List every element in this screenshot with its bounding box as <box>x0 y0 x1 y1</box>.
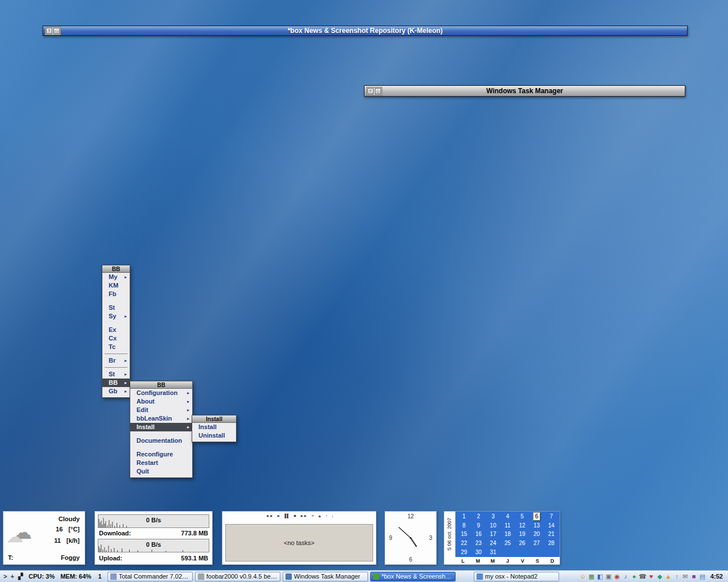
calendar-day[interactable]: 9 <box>477 522 481 529</box>
start-menu-icon[interactable]: ▞ <box>18 573 23 580</box>
menu-item[interactable]: Edit ▸ <box>130 406 192 414</box>
calendar-day[interactable]: 14 <box>548 522 555 529</box>
calendar-day[interactable]: 1 <box>462 513 466 520</box>
player-control-button[interactable]: ▌▌ <box>284 514 289 518</box>
calendar-day[interactable]: 26 <box>519 539 526 547</box>
tray-icon[interactable]: ◆ <box>656 573 664 580</box>
calendar-day[interactable]: 17 <box>490 530 496 538</box>
tray-icon[interactable]: ♪ <box>622 573 630 580</box>
menu-item[interactable]: Restart <box>130 459 192 467</box>
menu-item[interactable]: Ex <box>102 326 130 334</box>
menu-item[interactable]: Install ▸ <box>130 423 192 431</box>
tray-icon[interactable]: ♥ <box>647 573 655 580</box>
calendar-day[interactable]: 8 <box>462 522 466 529</box>
titlebar-button-icon[interactable]: ⊤ <box>46 28 52 34</box>
taskbar-task-button[interactable]: Windows Task Manager <box>283 572 368 581</box>
calendar-day[interactable]: 13 <box>533 522 540 529</box>
tray-icon[interactable]: ☺ <box>579 573 587 580</box>
taskmanager-window-titlebar[interactable]: Windows Task Manager ⊤ □ <box>364 85 685 97</box>
install-submenu: Install Install Uninstall <box>192 415 237 442</box>
menu-item[interactable]: Cx <box>102 334 130 343</box>
calendar-day[interactable]: 4 <box>506 513 510 520</box>
weekday-label: M <box>491 558 495 564</box>
player-control-button[interactable]: ↑ <box>325 514 327 518</box>
menu-item[interactable]: Sy ▸ <box>102 312 130 321</box>
tray-icon[interactable]: ▲ <box>664 573 672 580</box>
tray-icon[interactable]: ◧ <box>596 573 604 580</box>
menu-item[interactable] <box>105 367 127 368</box>
calendar-day[interactable]: 20 <box>533 530 540 538</box>
titlebar-button-icon[interactable]: □ <box>53 28 60 34</box>
calendar-day[interactable]: 21 <box>548 530 555 538</box>
calendar-day[interactable]: 31 <box>490 548 496 556</box>
tray-icon[interactable]: ▦ <box>588 573 595 580</box>
player-control-button[interactable]: ►► <box>300 514 307 518</box>
menu-item[interactable]: Quit <box>130 467 192 476</box>
calendar-day[interactable]: 18 <box>504 530 511 538</box>
tray-icon[interactable]: ■ <box>690 573 698 580</box>
tray-icon[interactable]: ✉ <box>681 573 689 580</box>
calendar-day[interactable]: 28 <box>548 539 555 547</box>
kmeleon-window-titlebar[interactable]: *box News & Screenshot Repository (K-Mel… <box>43 26 688 36</box>
calendar-day[interactable]: 10 <box>490 522 496 529</box>
taskbar-task-button[interactable]: *box News & Screenshot R... <box>370 572 456 581</box>
workspace-add-button[interactable]: + <box>10 573 14 580</box>
player-control-button[interactable]: ■ <box>293 514 295 518</box>
calendar-day[interactable]: 22 <box>461 539 467 547</box>
workspace-indicator[interactable]: 1 <box>98 573 102 580</box>
tray-icon[interactable]: ● <box>630 573 638 580</box>
taskbar-task-button[interactable]: Total Commander 7.02 - Un... <box>107 572 193 581</box>
taskbar-task-button[interactable]: foobar2000 v0.9.4.5 beta 1 <box>195 572 280 581</box>
titlebar-button-icon[interactable]: ⊤ <box>367 88 374 94</box>
menu-item[interactable]: Uninstall <box>192 431 236 440</box>
menu-item[interactable]: My ▸ <box>102 273 130 281</box>
menu-item[interactable]: Configuration ▸ <box>130 389 192 397</box>
menu-item[interactable]: Reconfigure <box>130 450 192 459</box>
player-control-button[interactable]: ▲ <box>317 514 321 518</box>
calendar-day[interactable]: 29 <box>461 548 467 556</box>
player-control-button[interactable]: ◄◄ <box>266 514 272 518</box>
menu-item[interactable]: Documentation <box>130 436 192 445</box>
calendar-day[interactable]: 30 <box>475 548 482 556</box>
tray-icon[interactable]: ▣ <box>605 573 613 580</box>
menu-item[interactable]: Fb <box>102 290 130 298</box>
calendar-day[interactable]: 5 <box>520 513 524 520</box>
calendar-day[interactable]: 27 <box>533 539 540 547</box>
calendar-day[interactable]: 19 <box>519 530 526 538</box>
tray-icon[interactable]: ↑ <box>673 573 681 580</box>
menu-item[interactable]: BB ▸ <box>102 379 130 387</box>
calendar-day[interactable]: 15 <box>461 530 467 538</box>
player-control-button[interactable]: ► <box>276 514 280 518</box>
calendar-day[interactable]: 3 <box>491 513 495 520</box>
taskbar-task-button[interactable]: my osx - Notepad2 <box>474 572 559 581</box>
menu-item[interactable]: About ▸ <box>130 397 192 406</box>
menu-item[interactable]: Install <box>192 423 236 431</box>
calendar-day[interactable]: 7 <box>549 513 553 520</box>
menu-item[interactable]: Br ▸ <box>102 356 130 365</box>
menu-item-label: bbLeanSkin <box>136 414 172 423</box>
workspace-prev-button[interactable]: > <box>3 573 7 580</box>
calendar-day[interactable]: 6 <box>533 512 541 521</box>
tray-icon[interactable]: ◉ <box>613 573 621 580</box>
menu-item[interactable]: KM <box>102 281 130 290</box>
calendar-day[interactable]: 25 <box>504 539 511 547</box>
wind-unit: [k/h] <box>67 537 80 544</box>
tray-icon[interactable]: ▤ <box>698 573 706 580</box>
player-control-button[interactable]: ↓ <box>332 514 333 518</box>
calendar-day[interactable]: 23 <box>475 539 482 547</box>
calendar-day[interactable]: 16 <box>475 530 482 538</box>
titlebar-button-icon[interactable]: □ <box>375 88 381 94</box>
menu-item[interactable]: St <box>102 304 130 312</box>
calendar-day[interactable]: 12 <box>519 522 526 529</box>
calendar-day[interactable]: 2 <box>477 513 481 520</box>
player-control-button[interactable]: ≡ <box>311 514 313 518</box>
menu-item[interactable]: Tc <box>102 343 130 351</box>
menu-item[interactable] <box>105 354 127 354</box>
menu-item[interactable]: bbLeanSkin ▸ <box>130 414 192 423</box>
menu-item-label: Edit <box>136 406 148 414</box>
tray-icon[interactable]: ☎ <box>639 573 647 580</box>
calendar-day[interactable]: 11 <box>504 522 510 529</box>
calendar-day[interactable]: 24 <box>490 539 496 547</box>
menu-item[interactable]: Gb ▸ <box>102 387 130 396</box>
menu-item[interactable]: St ▸ <box>102 370 130 379</box>
